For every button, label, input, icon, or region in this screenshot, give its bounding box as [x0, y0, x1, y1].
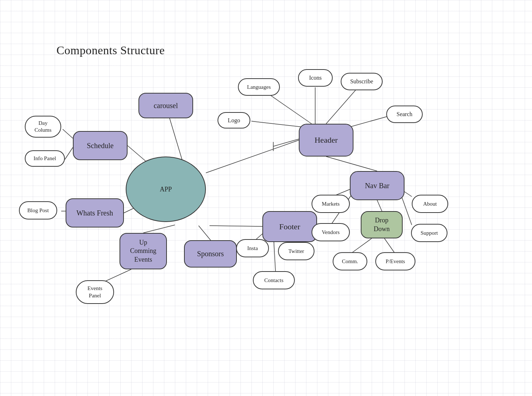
- node-schedule: Schedule: [73, 131, 128, 160]
- node-search: Search: [386, 106, 423, 123]
- node-dropdown: DropDown: [361, 211, 403, 238]
- node-infopanel-label: Info Panel: [34, 155, 56, 162]
- node-pevents: P/Events: [375, 252, 415, 270]
- svg-line-9: [251, 121, 306, 127]
- node-languages: Languages: [238, 78, 280, 96]
- svg-line-19: [384, 238, 395, 253]
- svg-line-13: [377, 200, 382, 211]
- node-twitter-label: Twitter: [288, 248, 304, 254]
- node-whatsfresh: Whats Fresh: [66, 198, 124, 227]
- svg-line-21: [65, 147, 73, 159]
- node-sponsors: Sponsors: [184, 240, 237, 268]
- svg-line-5: [199, 226, 211, 240]
- node-contacts: Contacts: [253, 271, 295, 289]
- node-about-label: About: [423, 201, 437, 207]
- node-carousel-label: carousel: [154, 102, 178, 110]
- node-footer: Footer: [262, 211, 317, 242]
- node-eventspanel-label: EventsPanel: [87, 285, 102, 299]
- node-sponsors-label: Sponsors: [197, 250, 224, 258]
- svg-line-4: [210, 226, 262, 226]
- node-support: Support: [411, 224, 447, 242]
- node-infopanel: Info Panel: [25, 150, 65, 167]
- node-navbar: Nav Bar: [350, 171, 404, 200]
- node-insta-label: Insta: [247, 245, 258, 252]
- node-logo: Logo: [218, 112, 250, 128]
- node-pevents-label: P/Events: [386, 258, 405, 265]
- node-vendors: Vendors: [312, 223, 350, 241]
- node-daycolums: DayColums: [25, 116, 61, 138]
- node-icons-label: Icons: [309, 75, 322, 81]
- node-app: APP: [126, 157, 206, 222]
- node-navbar-label: Nav Bar: [365, 182, 389, 190]
- node-support-label: Support: [420, 230, 438, 236]
- node-upcomming: UpCommingEvents: [120, 233, 167, 269]
- node-markets: Markets: [312, 195, 350, 213]
- node-upcomming-label: UpCommingEvents: [130, 238, 156, 264]
- svg-line-7: [326, 157, 377, 171]
- svg-line-27: [273, 139, 299, 146]
- node-whatsfresh-label: Whats Fresh: [77, 209, 113, 217]
- diagram-canvas: Components Structure: [0, 0, 532, 396]
- node-header: Header: [299, 124, 353, 157]
- node-blogpost: Blog Post: [19, 201, 57, 219]
- node-blogpost-label: Blog Post: [27, 207, 49, 214]
- node-twitter: Twitter: [278, 242, 314, 260]
- node-languages-label: Languages: [247, 84, 271, 90]
- node-subscribe: Subscribe: [341, 73, 383, 90]
- page-title: Components Structure: [56, 44, 165, 57]
- node-carousel: carousel: [138, 93, 193, 118]
- node-daycolums-label: DayColums: [35, 120, 52, 134]
- node-comm-label: Comm.: [342, 258, 358, 265]
- node-icons: Icons: [298, 69, 333, 87]
- node-dropdown-label: DropDown: [374, 216, 390, 233]
- node-markets-label: Markets: [322, 201, 340, 207]
- node-footer-label: Footer: [279, 222, 300, 231]
- node-search-label: Search: [396, 111, 412, 118]
- node-vendors-label: Vendors: [322, 229, 340, 235]
- connection-lines: [0, 0, 532, 396]
- node-about: About: [412, 195, 448, 213]
- svg-line-0: [206, 140, 299, 173]
- node-subscribe-label: Subscribe: [350, 78, 373, 85]
- node-comm: Comm.: [333, 252, 367, 270]
- svg-line-18: [352, 238, 372, 253]
- node-header-label: Header: [314, 135, 338, 145]
- node-insta: Insta: [236, 239, 269, 257]
- node-logo-label: Logo: [228, 117, 240, 124]
- svg-line-6: [143, 225, 175, 233]
- node-app-label: APP: [160, 186, 172, 193]
- node-eventspanel: EventsPanel: [76, 280, 114, 304]
- node-schedule-label: Schedule: [87, 142, 113, 150]
- node-contacts-label: Contacts: [264, 277, 283, 284]
- svg-line-20: [63, 129, 73, 138]
